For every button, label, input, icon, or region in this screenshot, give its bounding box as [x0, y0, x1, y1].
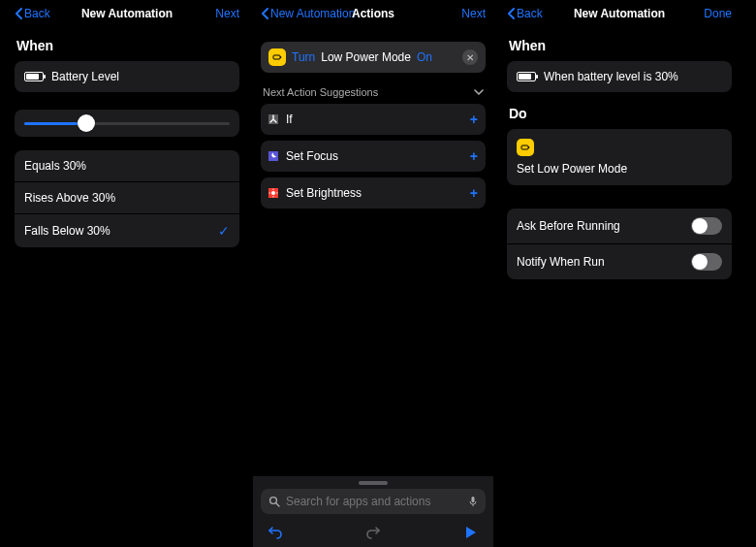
suggestions-label: Next Action Suggestions: [263, 86, 378, 98]
when-summary[interactable]: When battery level is 30%: [507, 61, 732, 92]
svg-rect-11: [521, 145, 528, 149]
suggestions-header[interactable]: Next Action Suggestions: [253, 73, 493, 104]
toggle-label: Ask Before Running: [517, 219, 620, 233]
section-header-when: When: [499, 24, 740, 61]
action-verb: Turn: [292, 50, 315, 64]
back-label: New Automation: [270, 7, 355, 20]
toggle-group: Ask Before Running Notify When Run: [507, 209, 732, 279]
option-rises-above[interactable]: Rises Above 30%: [15, 181, 239, 213]
suggestion-set-brightness[interactable]: Set Brightness +: [261, 177, 486, 209]
toggle-label: Notify When Run: [517, 255, 605, 269]
svg-point-2: [271, 191, 275, 195]
back-button[interactable]: New Automation: [261, 7, 355, 20]
pane-trigger-config: Back New Automation Next When Battery Le…: [7, 0, 247, 547]
section-header-when: When: [7, 24, 247, 61]
nav-bar: Back New Automation Done: [499, 0, 740, 27]
option-label: Falls Below 30%: [24, 224, 110, 238]
add-suggestion-button[interactable]: +: [470, 185, 478, 201]
action-value: On: [417, 50, 432, 64]
condition-options: Equals 30% Rises Above 30% Falls Below 3…: [15, 150, 239, 247]
next-button[interactable]: Next: [461, 7, 486, 20]
svg-rect-12: [528, 146, 529, 148]
option-label: Equals 30%: [24, 159, 86, 173]
back-label: Back: [517, 7, 543, 20]
option-equals[interactable]: Equals 30%: [15, 150, 239, 181]
add-suggestion-button[interactable]: +: [470, 148, 478, 164]
slider-track: [24, 122, 230, 125]
suggestion-label: Set Focus: [286, 149, 338, 163]
next-button[interactable]: Next: [215, 7, 239, 20]
slider-thumb[interactable]: [78, 114, 95, 132]
brightness-icon: [268, 188, 278, 198]
svg-point-7: [270, 498, 277, 504]
svg-rect-1: [280, 56, 281, 58]
suggestion-set-focus[interactable]: Set Focus +: [261, 141, 486, 172]
mic-icon[interactable]: [468, 496, 478, 507]
switch[interactable]: [691, 253, 722, 271]
tab-bar: [253, 520, 493, 547]
redo-button[interactable]: [364, 524, 382, 541]
battery-icon: [24, 72, 44, 81]
remove-action-button[interactable]: ✕: [462, 49, 478, 65]
chevron-left-icon: [261, 8, 268, 19]
svg-line-8: [276, 503, 279, 506]
suggestion-label: If: [286, 113, 293, 126]
toggle-ask-before-running: Ask Before Running: [507, 209, 732, 243]
pane-summary: Back New Automation Done When When batte…: [499, 0, 740, 547]
search-icon: [268, 496, 280, 507]
low-power-icon: [517, 139, 534, 156]
focus-icon: [268, 151, 278, 161]
chevron-down-icon: [474, 88, 484, 96]
battery-icon: [517, 72, 536, 81]
battery-slider[interactable]: [15, 110, 239, 137]
chevron-left-icon: [507, 8, 515, 19]
pane-actions: New Automation Actions Next Turn Low Pow…: [253, 0, 493, 547]
search-bar[interactable]: [261, 489, 486, 514]
back-label: Back: [24, 7, 50, 20]
action-low-power-mode[interactable]: Turn Low Power Mode On ✕: [261, 42, 486, 73]
option-falls-below[interactable]: Falls Below 30% ✓: [15, 213, 239, 247]
toggle-notify-when-run: Notify When Run: [507, 243, 732, 279]
suggestion-if[interactable]: If +: [261, 104, 486, 135]
add-suggestion-button[interactable]: +: [470, 112, 478, 127]
section-header-do: Do: [499, 92, 740, 129]
nav-bar: New Automation Actions Next: [253, 0, 493, 27]
sheet-grabber[interactable]: [359, 481, 388, 485]
run-button[interactable]: [462, 524, 480, 541]
trigger-battery-level[interactable]: Battery Level: [15, 61, 239, 92]
switch[interactable]: [691, 217, 722, 235]
checkmark-icon: ✓: [218, 223, 230, 239]
done-button[interactable]: Done: [704, 7, 732, 20]
trigger-label: Battery Level: [51, 70, 119, 83]
nav-bar: Back New Automation Next: [7, 0, 247, 27]
back-button[interactable]: Back: [507, 7, 543, 20]
low-power-icon: [268, 48, 286, 66]
svg-rect-9: [472, 497, 475, 502]
do-summary[interactable]: Set Low Power Mode: [507, 129, 732, 185]
do-text: Set Low Power Mode: [517, 162, 722, 176]
suggestion-label: Set Brightness: [286, 186, 362, 200]
bottom-bar: [253, 475, 493, 547]
when-text: When battery level is 30%: [544, 70, 678, 83]
if-icon: [268, 114, 278, 124]
back-button[interactable]: Back: [15, 7, 50, 20]
undo-button[interactable]: [267, 524, 284, 541]
chevron-left-icon: [15, 8, 22, 19]
svg-rect-0: [273, 55, 280, 59]
action-subject: Low Power Mode: [321, 50, 411, 64]
option-label: Rises Above 30%: [24, 191, 115, 205]
play-icon: [466, 527, 476, 538]
search-input[interactable]: [286, 495, 462, 508]
